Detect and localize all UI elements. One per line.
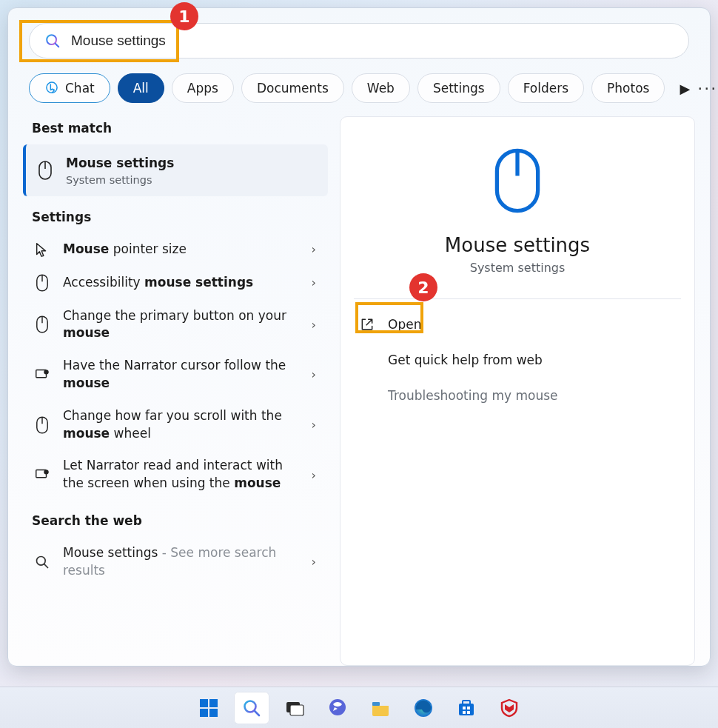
play-icon[interactable]: ▶ <box>680 81 690 96</box>
result-primary-button[interactable]: Change the primary button on your mouse … <box>23 300 328 350</box>
cursor-icon <box>34 241 50 258</box>
search-web-heading: Search the web <box>32 513 328 528</box>
best-match-heading: Best match <box>32 121 328 136</box>
taskbar-explorer-button[interactable] <box>363 692 398 724</box>
more-icon[interactable]: ··· <box>697 79 717 98</box>
divider <box>354 298 681 299</box>
svg-point-2 <box>47 82 57 93</box>
result-web-search[interactable]: Mouse settings - See more search results… <box>23 537 328 587</box>
search-icon <box>44 33 61 49</box>
chevron-right-icon: › <box>312 418 322 432</box>
mouse-hero-icon <box>491 147 543 218</box>
svg-point-28 <box>329 699 346 715</box>
search-flyout-panel: Chat All Apps Documents Web Settings Fol… <box>7 7 711 667</box>
taskbar <box>0 687 718 728</box>
chevron-right-icon: › <box>312 367 322 381</box>
quick-help-link[interactable]: Get quick help from web <box>354 342 681 378</box>
taskbar-chat-button[interactable] <box>320 692 355 724</box>
svg-rect-33 <box>463 707 466 709</box>
chevron-right-icon: › <box>312 318 322 332</box>
chevron-right-icon: › <box>312 275 322 290</box>
svg-rect-23 <box>209 709 218 717</box>
filter-row: Chat All Apps Documents Web Settings Fol… <box>29 73 689 103</box>
results-list: Best match Mouse settings System setting… <box>23 116 328 666</box>
svg-rect-29 <box>372 702 380 706</box>
svg-rect-22 <box>200 709 208 717</box>
svg-line-1 <box>56 44 59 47</box>
bing-chat-icon <box>44 81 59 96</box>
filter-all[interactable]: All <box>118 73 164 103</box>
result-scroll-wheel[interactable]: Change how far you scroll with the mouse… <box>23 400 328 450</box>
annotation-badge-1: 1 <box>170 2 198 30</box>
search-input[interactable] <box>71 33 674 49</box>
preview-title: Mouse settings <box>445 234 590 256</box>
search-bar[interactable] <box>29 23 689 59</box>
search-icon <box>35 555 50 570</box>
svg-rect-27 <box>290 705 303 715</box>
svg-rect-21 <box>209 699 218 707</box>
filter-folders[interactable]: Folders <box>508 73 584 103</box>
mouse-icon <box>38 160 53 181</box>
filter-settings[interactable]: Settings <box>417 73 500 103</box>
svg-rect-36 <box>467 711 470 714</box>
troubleshooting-link[interactable]: Troubleshooting my mouse <box>354 378 681 413</box>
filter-apps[interactable]: Apps <box>172 73 234 103</box>
svg-rect-35 <box>463 711 466 714</box>
result-pointer-size[interactable]: Mouse pointer size › <box>23 233 328 266</box>
preview-subtitle: System settings <box>470 261 566 275</box>
svg-point-11 <box>44 370 48 374</box>
taskbar-taskview-button[interactable] <box>277 692 312 724</box>
open-button[interactable]: Open <box>354 307 681 342</box>
svg-line-17 <box>44 564 48 568</box>
svg-rect-20 <box>200 699 208 707</box>
taskbar-start-button[interactable] <box>191 692 227 724</box>
result-narrator-follow[interactable]: Have the Narrator cursor follow the mous… <box>23 350 328 400</box>
filter-photos[interactable]: Photos <box>591 73 665 103</box>
chevron-right-icon: › <box>312 555 322 569</box>
result-accessibility-mouse[interactable]: Accessibility mouse settings › <box>23 266 328 300</box>
result-best-match[interactable]: Mouse settings System settings <box>23 144 328 196</box>
taskbar-edge-button[interactable] <box>406 692 441 724</box>
taskbar-mcafee-button[interactable] <box>491 692 527 724</box>
settings-heading: Settings <box>32 210 328 224</box>
svg-rect-34 <box>467 707 470 709</box>
svg-point-15 <box>44 470 48 474</box>
filter-documents[interactable]: Documents <box>241 73 344 103</box>
annotation-badge-2: 2 <box>409 273 437 301</box>
taskbar-search-button[interactable] <box>234 692 269 724</box>
mouse-icon <box>36 273 49 293</box>
chevron-right-icon: › <box>312 468 322 482</box>
filter-chat[interactable]: Chat <box>29 73 110 103</box>
mouse-icon <box>36 415 49 435</box>
result-narrator-read[interactable]: Let Narrator read and interact with the … <box>23 450 328 500</box>
svg-line-25 <box>255 711 259 715</box>
taskbar-store-button[interactable] <box>449 692 484 724</box>
narrator-icon <box>34 467 50 483</box>
svg-rect-32 <box>463 701 470 705</box>
filter-chat-label: Chat <box>65 81 95 96</box>
chevron-right-icon: › <box>312 242 322 256</box>
narrator-icon <box>34 367 50 383</box>
filter-web[interactable]: Web <box>352 73 410 103</box>
open-external-icon <box>360 317 375 332</box>
mouse-icon <box>36 315 49 334</box>
preview-pane: Mouse settings System settings Open Get … <box>340 116 695 666</box>
